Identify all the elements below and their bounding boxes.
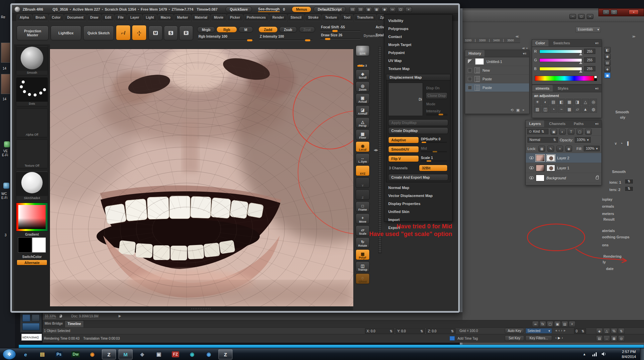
menu-brush[interactable]: Brush: [33, 14, 48, 21]
rgb-intensity-slider[interactable]: Rgb Intensity 100: [198, 34, 227, 38]
angle-snap-icon[interactable]: △: [603, 328, 610, 334]
switchcolor-label[interactable]: SwitchColor: [14, 255, 50, 259]
draw-size-slider[interactable]: Draw Size 26: [321, 33, 342, 37]
tool-menu-unified-skin[interactable]: Unified Skin: [384, 208, 452, 216]
quicksave-button[interactable]: QuickSave: [225, 6, 252, 12]
tray-expand-icon[interactable]: ▲: [583, 352, 586, 356]
adjustment-icon[interactable]: ☀: [534, 99, 541, 105]
layer-row-selected[interactable]: Layer 2: [526, 153, 601, 163]
menu-stencil[interactable]: Stencil: [288, 14, 305, 21]
restore-window-button[interactable]: ▭: [389, 7, 396, 12]
dock-icon[interactable]: ◈: [604, 66, 611, 72]
menu-edit[interactable]: Edit: [102, 14, 114, 21]
key-icon[interactable]: [450, 336, 455, 341]
tab-swatches[interactable]: Swatches: [550, 40, 573, 46]
minibridge-icon[interactable]: [22, 314, 30, 322]
spectrum-black-chip[interactable]: [594, 78, 597, 81]
zsub-button[interactable]: Zsub: [279, 26, 297, 33]
main-color-swatch[interactable]: [18, 237, 32, 253]
layer-thumbnail[interactable]: [536, 175, 544, 181]
taskbar-app-11[interactable]: ◉: [202, 349, 216, 359]
flyout-scroll-track[interactable]: [378, 47, 382, 253]
tab-timeline[interactable]: Timeline: [65, 320, 84, 327]
add-time-tag[interactable]: Add Time Tag: [458, 337, 478, 340]
menu-preferences[interactable]: Preferences: [244, 14, 269, 21]
desktop-icon-green-2[interactable]: [3, 183, 9, 189]
tab-styles[interactable]: Styles: [554, 85, 572, 92]
layers-icon[interactable]: ▦: [611, 335, 617, 341]
isolate-icon[interactable]: ◎: [618, 335, 625, 341]
layer-thumbnail[interactable]: [536, 155, 544, 161]
menu-tool[interactable]: Tool: [341, 14, 353, 21]
z-intensity-knob[interactable]: [305, 39, 310, 41]
key-filters-button[interactable]: Key Filters...: [525, 335, 552, 341]
adjustment-icon[interactable]: ▧: [534, 106, 541, 113]
layers-footer-icon[interactable]: ▢: [547, 321, 553, 327]
snap-toggle-icon[interactable]: ◈: [596, 328, 603, 334]
show-desktop-button[interactable]: [640, 348, 644, 360]
lightbox-button[interactable]: LightBox: [51, 26, 81, 40]
channel-value[interactable]: 255: [584, 57, 595, 63]
menu-material[interactable]: Material: [192, 14, 210, 21]
bit-depth-toggle[interactable]: 32Bit: [419, 165, 448, 171]
disp-intensity-slider[interactable]: Intensity: [426, 109, 450, 113]
spinner-snap-icon[interactable]: ⇅: [618, 328, 625, 334]
filter-shape-icon[interactable]: ▢: [576, 129, 583, 135]
shelf-polyf-button[interactable]: ▦PolyF: [356, 249, 370, 260]
layout-icon[interactable]: ▤: [365, 7, 372, 12]
m-button[interactable]: M: [238, 26, 253, 33]
adjustment-icon[interactable]: ▲: [582, 106, 589, 113]
desktop-icon-green-1[interactable]: [4, 141, 10, 147]
volume-icon[interactable]: [601, 352, 607, 358]
channels-label[interactable]: 3 Channels: [386, 166, 417, 170]
quick-sketch-button[interactable]: Quick Sketch: [83, 26, 114, 40]
dock-icon[interactable]: ◉: [604, 53, 611, 59]
mid-track[interactable]: [421, 151, 447, 152]
disp-mode-toggle[interactable]: Mode: [426, 102, 450, 106]
menu-alpha[interactable]: Alpha: [17, 14, 32, 21]
tab-color[interactable]: Color: [532, 40, 548, 46]
focal-shift-slider[interactable]: Focal Shift -55: [321, 25, 345, 29]
channel-value[interactable]: 255: [584, 66, 595, 71]
kind-filter-select[interactable]: Kind ⇅: [527, 129, 548, 134]
tool-menu-texture-map[interactable]: Texture Map: [384, 65, 452, 73]
history-snapshot-row[interactable]: Untitled-1: [465, 57, 529, 66]
menu-macro[interactable]: Macro: [158, 14, 173, 21]
spectrum-white-chip[interactable]: [594, 76, 597, 78]
disp-on-toggle[interactable]: Disp On: [426, 86, 450, 90]
taskbar-app-9[interactable]: FZ: [168, 349, 182, 359]
channel-value[interactable]: 255: [584, 49, 595, 54]
edit-button[interactable]: ⌐/: [116, 25, 131, 40]
shelf-spix-3-button[interactable]: SPix 3: [356, 57, 370, 68]
menu-marker[interactable]: Marker: [174, 14, 191, 21]
adjustment-icon[interactable]: ~: [558, 106, 565, 113]
app-minimize-button[interactable]: ─: [603, 10, 609, 15]
shelf-xyz-button[interactable]: XYZ: [356, 165, 370, 176]
taskbar-app-12[interactable]: Z: [218, 349, 232, 359]
alternate-button[interactable]: Alternate: [17, 260, 47, 265]
close-window-button[interactable]: ×: [405, 7, 412, 12]
rgb-button[interactable]: Rgb: [216, 26, 237, 33]
minibridge-icon[interactable]: [32, 314, 40, 322]
adjustment-icon[interactable]: ▩: [566, 106, 573, 113]
menu-color[interactable]: Color: [49, 14, 64, 21]
shelf-rotate-button[interactable]: ↻Rotate: [356, 237, 370, 248]
canvas-scrollbar[interactable]: [50, 307, 353, 310]
tool-menu-vector-displacement-map[interactable]: Vector Displacement Map: [384, 192, 452, 200]
rgb-intensity-knob[interactable]: [247, 39, 252, 41]
scale-knob[interactable]: [427, 160, 431, 162]
adjustment-icon[interactable]: ◨: [574, 99, 581, 105]
taskbar-app-5[interactable]: Z: [102, 349, 116, 359]
workspace-switcher[interactable]: Essentials ▾: [575, 27, 601, 33]
adjustment-icon[interactable]: ◎: [590, 99, 597, 105]
shelf-aahalf-button[interactable]: ◪AAHalf: [356, 105, 370, 116]
dock-icon[interactable]: ▤: [604, 60, 611, 66]
tool-menu-morph-target[interactable]: Morph Target: [384, 41, 452, 49]
blend-mode-select[interactable]: Normal ⇅: [527, 137, 558, 143]
adjustment-icon[interactable]: ◧: [558, 99, 565, 105]
color-picker-inner[interactable]: [18, 205, 46, 229]
tab-history[interactable]: History: [465, 50, 484, 57]
mrgb-button[interactable]: Mrgb: [197, 26, 215, 33]
maxscript-listener-field[interactable]: isDXActive(): [21, 334, 42, 341]
z-intensity-slider[interactable]: Z Intensity 100: [260, 34, 284, 38]
